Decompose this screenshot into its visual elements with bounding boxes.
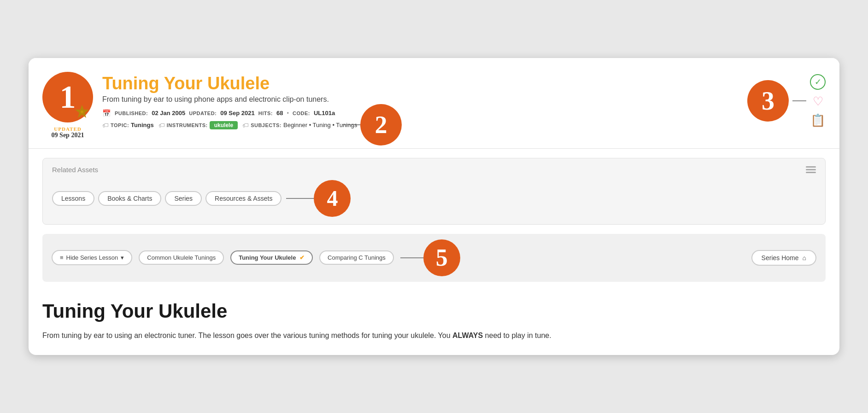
content-description: From tuning by ear to using an electroni… (42, 330, 826, 342)
related-menu-icon[interactable] (806, 166, 816, 173)
badge-1-container: 1 UPDATED 09 Sep 2021 (42, 72, 93, 139)
published-value: 02 Jan 2005 (152, 110, 185, 116)
series-lesson-tuning[interactable]: Tuning Your Ukulele ✔ (230, 250, 313, 265)
meta-row: 📅 PUBLISHED: 02 Jan 2005 UPDATED: 09 Sep… (102, 109, 738, 117)
menu-line-2 (806, 169, 816, 170)
instruments-tag: 🏷 INSTRUMENTS: ukulele (158, 121, 238, 129)
badge-5-area: 5 (400, 239, 460, 276)
series-lesson-comparing[interactable]: Comparing C Tunings (319, 250, 394, 265)
updated-label: UPDATED (52, 126, 84, 132)
topic-label: TOPIC: (111, 122, 129, 128)
hide-series-btn[interactable]: ≡ Hide Series Lesson ▾ (52, 250, 132, 265)
published-label: PUBLISHED: (115, 111, 148, 116)
hits-label: HITS: (258, 111, 273, 116)
menu-line-1 (806, 166, 816, 168)
updated-date: 09 Sep 2021 (52, 132, 84, 139)
annotation-badge-4: 4 (314, 180, 351, 217)
series-lesson-tuning-label: Tuning Your Ukulele (239, 254, 296, 261)
tag-icon-instruments: 🏷 (158, 122, 165, 129)
badge-1-number: 1 (60, 81, 76, 113)
topic-tag: 🏷 TOPIC: Tunings (102, 122, 154, 129)
header-top: 1 UPDATED 09 Sep 2021 Tuning Your Ukulel… (42, 72, 826, 139)
active-check-icon: ✔ (299, 254, 305, 261)
tab-lessons[interactable]: Lessons (52, 191, 94, 206)
annotation-badge-1: 1 (42, 72, 93, 122)
clipboard-icon[interactable]: 📋 (810, 113, 825, 128)
lesson-subtitle: From tuning by ear to using phone apps a… (102, 95, 738, 104)
related-assets-title: Related Assets (52, 166, 98, 174)
content-main-title: Tuning Your Ukulele (42, 300, 826, 322)
dot-separator: • (287, 110, 289, 116)
badge-3-number: 3 (762, 88, 774, 114)
instruments-value[interactable]: ukulele (210, 121, 238, 129)
tabs-area: Lessons Books & Charts Series Resources … (52, 180, 816, 217)
tag-icon-subjects: 🏷 (242, 122, 249, 129)
lesson-title: Tuning Your Ukulele (102, 74, 738, 93)
tab-resources-assets[interactable]: Resources & Assets (205, 191, 282, 206)
header-content: Tuning Your Ukulele From tuning by ear t… (102, 72, 738, 129)
tag-icon-topic: 🏷 (102, 122, 109, 129)
svg-point-1 (81, 111, 83, 113)
instruments-label: INSTRUMENTS: (167, 122, 208, 128)
badge-3-area: 3 ✓ ♡ 📋 (747, 74, 826, 128)
series-lesson-common[interactable]: Common Ukulele Tunings (139, 250, 224, 265)
series-home-label: Series Home (762, 254, 799, 262)
series-left: ≡ Hide Series Lesson ▾ Common Ukulele Tu… (52, 239, 460, 276)
code-label: CODE: (293, 111, 310, 116)
menu-line-3 (806, 172, 816, 173)
related-section: Related Assets Lessons Books & Charts Se… (42, 158, 826, 225)
annotation-badge-3: 3 (747, 80, 789, 122)
updated-meta-value: 09 Sep 2021 (220, 110, 254, 116)
heart-icon[interactable]: ♡ (813, 94, 823, 109)
content-desc-text: From tuning by ear to using an electroni… (42, 332, 451, 339)
subjects-tag: 🏷 SUBJECTS: Beginner • Tuning • Tunings (242, 122, 357, 129)
header-actions: 3 ✓ ♡ 📋 (747, 72, 826, 128)
content-desc-end: need to play in tune. (485, 332, 551, 339)
badge-2-line (342, 124, 360, 125)
page-container: 1 UPDATED 09 Sep 2021 Tuning Your Ukulel… (29, 58, 839, 355)
tab-series[interactable]: Series (165, 191, 202, 206)
content-always: ALWAYS (452, 332, 483, 339)
check-icon[interactable]: ✓ (810, 74, 826, 90)
hits-value: 68 (276, 110, 283, 116)
related-header: Related Assets (52, 166, 816, 174)
badge-5-number: 5 (436, 244, 448, 271)
badge-4-area: 4 (286, 180, 351, 217)
main-content: Tuning Your Ukulele From tuning by ear t… (29, 286, 839, 355)
badge-2-number: 2 (375, 111, 387, 139)
updated-box: UPDATED 09 Sep 2021 (52, 126, 84, 139)
chevron-down-icon: ▾ (121, 254, 124, 261)
badge-3-line (792, 100, 806, 101)
star-decoration-icon (75, 104, 89, 119)
badge-4-line (286, 198, 314, 199)
tags-row: 🏷 TOPIC: Tunings 🏷 INSTRUMENTS: ukulele … (102, 121, 738, 129)
series-home-btn[interactable]: Series Home ⌂ (751, 250, 816, 266)
series-nav: ≡ Hide Series Lesson ▾ Common Ukulele Tu… (42, 234, 826, 282)
updated-meta-label: UPDATED: (189, 111, 217, 116)
home-icon: ⌂ (803, 254, 806, 262)
calendar-icon: 📅 (102, 109, 111, 117)
subjects-label: SUBJECTS: (251, 122, 282, 128)
hide-series-label: Hide Series Lesson (66, 254, 118, 261)
action-icons: ✓ ♡ 📋 (810, 74, 826, 128)
annotation-badge-2: 2 (360, 104, 402, 145)
annotation-badge-5: 5 (423, 239, 460, 276)
badge-2-area: 2 (342, 104, 402, 145)
header-section: 1 UPDATED 09 Sep 2021 Tuning Your Ukulel… (29, 58, 839, 149)
badge-4-number: 4 (327, 186, 338, 211)
code-value: UL101a (314, 110, 335, 116)
tab-books-charts[interactable]: Books & Charts (98, 191, 161, 206)
badge-5-line (400, 257, 423, 258)
topic-value: Tunings (131, 122, 154, 128)
lines-icon: ≡ (60, 254, 64, 261)
tabs-row: Lessons Books & Charts Series Resources … (52, 191, 282, 206)
